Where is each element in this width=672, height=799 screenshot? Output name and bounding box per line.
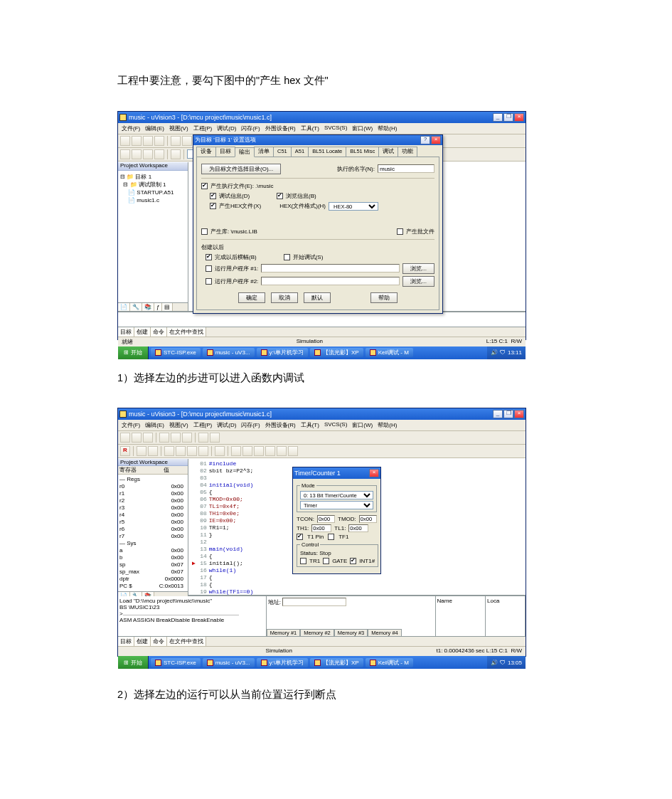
- menu-debug[interactable]: 调试(D): [217, 125, 236, 132]
- menu-peripherals[interactable]: 外围设备(R): [265, 125, 296, 132]
- watch-icon[interactable]: [242, 446, 252, 456]
- output-tab-command[interactable]: 命令: [151, 327, 167, 337]
- dlg-tab-output[interactable]: 输出: [235, 147, 255, 157]
- system-tray[interactable]: 🔊 🛡 13:05: [487, 656, 526, 669]
- menu-tools[interactable]: 工具(T): [301, 421, 319, 429]
- registers-list[interactable]: — Regs r00x00 r10x00 r20x00 r30x00 r40x0…: [118, 475, 188, 591]
- menu-svcs[interactable]: SVCS(S): [324, 421, 347, 429]
- tf1-checkbox[interactable]: [328, 534, 334, 540]
- tmod-value[interactable]: 0x00: [359, 515, 377, 523]
- symbols-name-pane[interactable]: Name: [436, 596, 486, 636]
- output-tab-target[interactable]: 目标: [118, 327, 134, 337]
- copy-icon[interactable]: [171, 433, 181, 443]
- cut-icon[interactable]: [159, 433, 169, 443]
- analyzer-icon[interactable]: [277, 446, 287, 456]
- browse-info-checkbox[interactable]: [277, 193, 283, 199]
- menu-view[interactable]: 视图(V): [169, 125, 188, 132]
- menu-view[interactable]: 视图(V): [169, 421, 188, 429]
- paste-icon[interactable]: [182, 433, 192, 443]
- help-button[interactable]: 帮助: [370, 292, 398, 303]
- th1-value[interactable]: 0x00: [311, 524, 331, 532]
- start-debug-checkbox[interactable]: [284, 254, 290, 260]
- output-tab-find[interactable]: 在文件中查找: [167, 637, 206, 646]
- menu-edit[interactable]: 编辑(E): [145, 421, 164, 429]
- menu-edit[interactable]: 编辑(E): [145, 125, 164, 132]
- step-over-icon[interactable]: [176, 446, 186, 456]
- menu-svcs[interactable]: SVCS(S): [324, 125, 347, 132]
- taskbar-item-1[interactable]: music - uV3...: [203, 658, 255, 667]
- tab-books-icon[interactable]: 📚: [142, 303, 154, 311]
- dlg-tab-bl51loc[interactable]: BL51 Locate: [308, 147, 346, 157]
- close-button[interactable]: ×: [514, 113, 524, 122]
- exe-name-input[interactable]: [378, 164, 434, 173]
- cancel-button[interactable]: 取消: [271, 292, 298, 303]
- create-batch-checkbox[interactable]: [397, 228, 403, 235]
- maximize-button[interactable]: ❐: [503, 410, 513, 418]
- defaults-button[interactable]: 默认: [304, 292, 331, 303]
- run-icon[interactable]: [137, 446, 146, 456]
- undo-icon[interactable]: [198, 433, 208, 443]
- run-to-cursor-icon[interactable]: [198, 446, 208, 456]
- tab-regs-icon[interactable]: 🔧: [130, 303, 142, 311]
- start-button[interactable]: ⊞ 开始: [118, 346, 149, 359]
- command-pane[interactable]: Load "D:\\mcu project\\music\\music" BS …: [118, 596, 267, 636]
- serial-icon[interactable]: [265, 446, 275, 456]
- output-tab-find[interactable]: 在文件中查找: [167, 327, 206, 337]
- maximize-button[interactable]: ❐: [503, 113, 513, 122]
- menu-flash[interactable]: 闪存(F): [241, 125, 260, 132]
- rebuild-icon[interactable]: [143, 149, 153, 159]
- reset-icon[interactable]: R: [120, 446, 130, 456]
- menu-flash[interactable]: 闪存(F): [241, 421, 260, 429]
- beep-checkbox[interactable]: [206, 254, 212, 260]
- dlg-tab-a51[interactable]: A51: [291, 147, 309, 157]
- memory-tab-4[interactable]: Memory #4: [368, 629, 402, 636]
- debug-info-checkbox[interactable]: [210, 193, 216, 199]
- system-tray[interactable]: 🔊 🛡 13:11: [487, 346, 526, 359]
- ok-button[interactable]: 确定: [238, 292, 265, 303]
- taskbar-item-0[interactable]: STC-ISP.exe: [151, 658, 201, 667]
- hex-format-select[interactable]: HEX-80: [329, 202, 378, 211]
- run2-input[interactable]: [261, 277, 400, 285]
- memory-tab-2[interactable]: Memory #2: [300, 629, 334, 636]
- toolbox-icon[interactable]: [288, 446, 298, 456]
- menu-peripherals[interactable]: 外围设备(R): [265, 421, 296, 429]
- menu-project[interactable]: 工程(P): [193, 125, 213, 132]
- tray-icon[interactable]: 🔊: [491, 349, 498, 356]
- timer-mode-select[interactable]: 0: 13 Bit Timer/Counte: [300, 491, 373, 499]
- output-tab-target[interactable]: 目标: [118, 637, 134, 646]
- redo-icon[interactable]: [210, 433, 220, 443]
- download-icon[interactable]: [171, 149, 181, 159]
- tray-icon[interactable]: 🛡: [500, 660, 506, 666]
- tcon-value[interactable]: 0x00: [317, 515, 335, 523]
- dlg-tab-utilities[interactable]: 功能: [398, 147, 417, 157]
- copy-icon[interactable]: [182, 136, 192, 146]
- close-button[interactable]: ×: [514, 410, 524, 418]
- create-hex-checkbox[interactable]: [210, 203, 216, 209]
- run2-browse-button[interactable]: 浏览...: [402, 276, 434, 287]
- tray-icon[interactable]: 🛡: [500, 349, 506, 356]
- new-file-icon[interactable]: [120, 433, 130, 443]
- dialog-close-button[interactable]: ×: [431, 136, 441, 144]
- taskbar-item-2[interactable]: y:\单片机学习: [257, 658, 308, 667]
- menu-help[interactable]: 帮助(H): [378, 125, 397, 132]
- menu-debug[interactable]: 调试(D): [217, 421, 236, 429]
- taskbar-item-3[interactable]: 【流光影】XP: [310, 348, 363, 357]
- taskbar-item-4[interactable]: Keil调试 - M: [366, 658, 413, 667]
- disasm-icon[interactable]: [231, 446, 241, 456]
- tab-funcs-icon[interactable]: ƒ: [154, 303, 162, 311]
- start-button[interactable]: ⊞ 开始: [118, 656, 149, 669]
- memory-address-input[interactable]: [282, 598, 346, 606]
- tr1-checkbox[interactable]: [300, 558, 306, 564]
- dlg-tab-c51[interactable]: C51: [273, 147, 292, 157]
- int1-checkbox[interactable]: [350, 558, 356, 564]
- create-lib-checkbox[interactable]: [201, 228, 208, 235]
- translate-icon[interactable]: [120, 149, 130, 159]
- memory-tab-3[interactable]: Memory #3: [334, 629, 368, 636]
- memory-tab-1[interactable]: Memory #1: [267, 629, 301, 636]
- project-tree[interactable]: ⊟ 📁 目标 1 ⊟ 📁 调试限制 1 📄 STARTUP.A51 📄 musi…: [118, 171, 188, 302]
- menu-window[interactable]: 窗口(W): [352, 421, 373, 429]
- stop-icon[interactable]: [148, 446, 158, 456]
- run1-input[interactable]: [261, 264, 400, 272]
- stop-build-icon[interactable]: [154, 149, 164, 159]
- run1-browse-button[interactable]: 浏览...: [402, 263, 434, 274]
